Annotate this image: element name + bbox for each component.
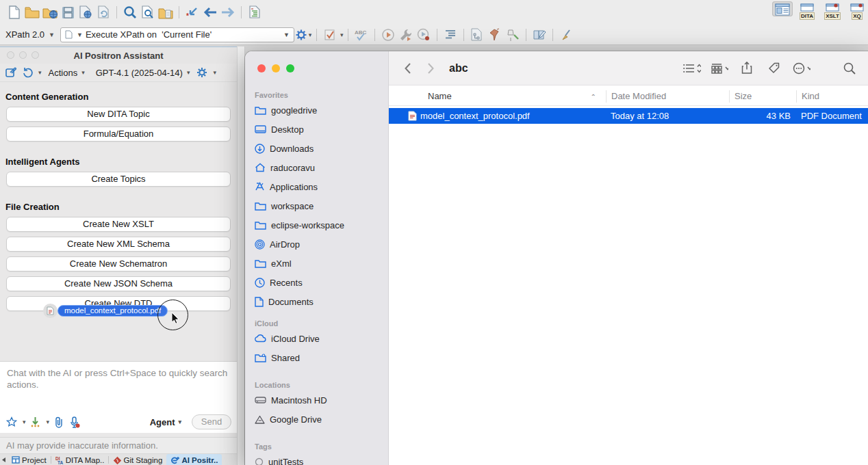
sidebar-item-icloud-drive[interactable]: iCloud Drive [245, 329, 388, 348]
debug-icon[interactable] [415, 26, 433, 44]
column-date-modified[interactable]: Date Modified [606, 90, 729, 103]
perspective-xquery-debug-button[interactable]: XQ [847, 1, 867, 21]
sidebar-item-unittests[interactable]: unitTests [245, 452, 388, 465]
pin-red-icon[interactable] [486, 26, 504, 44]
tags-icon[interactable] [765, 59, 783, 77]
find-replace-icon[interactable] [139, 3, 157, 21]
perspective-dita-button[interactable]: DITA [797, 1, 817, 21]
sidebar-item-googledrive[interactable]: googledrive [245, 101, 388, 120]
chevron-down-icon[interactable]: ▾ [38, 69, 42, 76]
save-to-url-icon[interactable] [77, 3, 94, 21]
open-folder-icon[interactable] [23, 3, 41, 21]
associate-schema-icon[interactable] [468, 26, 486, 44]
share-icon[interactable] [738, 59, 756, 77]
new-dita-topic-button[interactable]: New DITA Topic [6, 107, 231, 122]
sidebar-item-airdrop[interactable]: AirDrop [245, 235, 388, 254]
attach-icon[interactable] [53, 416, 65, 428]
ai-disclaimer: AI may provide inaccurate information. [0, 437, 237, 454]
back-icon[interactable] [201, 3, 219, 21]
sidebar-item-downloads[interactable]: Downloads [245, 139, 388, 158]
close-button[interactable] [257, 64, 266, 72]
chevron-down-icon[interactable]: ▾ [340, 31, 344, 38]
find-in-files-icon[interactable] [157, 3, 175, 21]
column-size[interactable]: Size [729, 90, 796, 103]
forward-icon[interactable] [219, 3, 237, 21]
go-last-edit-icon[interactable]: * [183, 3, 201, 21]
new-file-icon[interactable] [5, 3, 23, 21]
favorites-star-icon[interactable] [5, 416, 18, 428]
actions-menu[interactable]: Actions [49, 68, 78, 78]
pin-green-icon[interactable] [504, 26, 522, 44]
apply-transformation-icon[interactable] [379, 26, 397, 44]
xpath-mode-select[interactable]: XPath 2.0 ▼ [5, 29, 55, 40]
create-new-xml-schema-button[interactable]: Create New XML Schema [6, 237, 231, 252]
clean-icon[interactable] [557, 26, 575, 44]
sidebar-item-workspace[interactable]: workspace [245, 196, 388, 215]
chevron-down-icon[interactable]: ▾ [81, 69, 85, 76]
back-button[interactable] [398, 59, 416, 77]
history-icon[interactable] [21, 66, 34, 79]
reload-icon[interactable] [94, 3, 112, 21]
sidebar-item-documents[interactable]: Documents [245, 292, 388, 311]
clock-icon [255, 278, 265, 288]
indent-icon[interactable] [442, 26, 459, 44]
perspective-xslt-debug-button[interactable]: XSLT [821, 1, 843, 21]
insert-markup-icon[interactable] [29, 416, 42, 428]
file-row-selected[interactable]: model_context_protocol.pdf Today at 12:0… [389, 108, 868, 124]
column-name[interactable]: Name⌃ [389, 90, 606, 103]
formula-equation-button[interactable]: Formula/Equation [6, 127, 231, 142]
sidebar-item-desktop[interactable]: Desktop [245, 120, 388, 139]
new-chat-icon[interactable] [4, 66, 18, 79]
search-icon[interactable] [121, 3, 139, 21]
create-new-schematron-button[interactable]: Create New Schematron [6, 256, 231, 271]
sidebar-item-google-drive[interactable]: Google Drive [245, 410, 388, 429]
chevron-down-icon[interactable]: ▾ [47, 418, 50, 425]
dragged-file-chip[interactable]: model_context_protocol.pdf [58, 305, 168, 317]
settings-gear-icon[interactable]: ▾ [294, 26, 312, 44]
minimize-button[interactable] [272, 64, 280, 72]
create-topics-button[interactable]: Create Topics [6, 172, 231, 187]
sidebar-item-macintosh-hd[interactable]: Macintosh HD [245, 390, 388, 410]
sidebar-item-recents[interactable]: Recents [245, 273, 388, 292]
tab-ai-positron[interactable]: AI Positr.. [166, 454, 222, 465]
configure-transformation-icon[interactable] [397, 26, 415, 44]
tab-project[interactable]: Project [8, 454, 51, 465]
chevron-down-icon[interactable]: ▾ [213, 69, 216, 76]
chevron-down-icon[interactable]: ▾ [23, 418, 26, 425]
search-icon[interactable] [841, 59, 858, 77]
chevron-down-icon[interactable]: ▾ [187, 69, 190, 76]
tab-dita-maps[interactable]: DITA DITA Map.. [51, 454, 109, 465]
gear-icon[interactable] [195, 66, 209, 79]
sidebar-item-eclipse-workspace[interactable]: eclipse-workspace [245, 215, 388, 235]
tab-scroll-left-icon[interactable] [1, 457, 6, 463]
perspective-editor-button[interactable] [772, 1, 793, 16]
panel-scrollbar-gutter[interactable] [237, 46, 245, 465]
xpath-expression-combo[interactable]: ▼ Execute XPath on 'Current File' ▼ [60, 27, 294, 42]
create-new-xslt-button[interactable]: Create New XSLT [6, 217, 231, 232]
sidebar-item-home[interactable]: raducoravu [245, 158, 388, 177]
column-kind[interactable]: Kind [796, 90, 868, 103]
more-actions-control[interactable] [793, 59, 810, 77]
microphone-icon[interactable] [68, 416, 81, 428]
zoom-button[interactable] [286, 64, 294, 72]
spell-check-icon[interactable]: ABC [353, 26, 370, 44]
sidebar-item-applications[interactable]: Applications [245, 177, 388, 196]
group-by-control[interactable] [711, 59, 728, 77]
chevron-down-icon: ▾ [309, 31, 312, 38]
forward-button[interactable] [422, 59, 439, 77]
model-select[interactable]: GPT-4.1 (2025-04-14) [96, 68, 183, 78]
validate-icon[interactable] [321, 26, 339, 44]
create-new-json-schema-button[interactable]: Create New JSON Schema [6, 276, 231, 291]
tab-git-staging[interactable]: Git Staging [109, 454, 166, 465]
chat-input[interactable]: Chat with the AI or press Ctrl+Space to … [0, 361, 237, 411]
sidebar-item-shared[interactable]: Shared [245, 348, 388, 367]
dita-maps-icon: DITA [55, 456, 64, 464]
list-view-control[interactable] [683, 59, 701, 77]
sidebar-item-exml[interactable]: eXml [245, 254, 388, 273]
open-url-icon[interactable] [41, 3, 59, 21]
format-indent-icon[interactable] [246, 3, 264, 21]
agent-mode-select[interactable]: Agent ▾ [150, 417, 181, 427]
review-icon[interactable] [531, 26, 548, 44]
send-button[interactable]: Send [192, 414, 231, 429]
save-icon[interactable] [59, 3, 77, 21]
